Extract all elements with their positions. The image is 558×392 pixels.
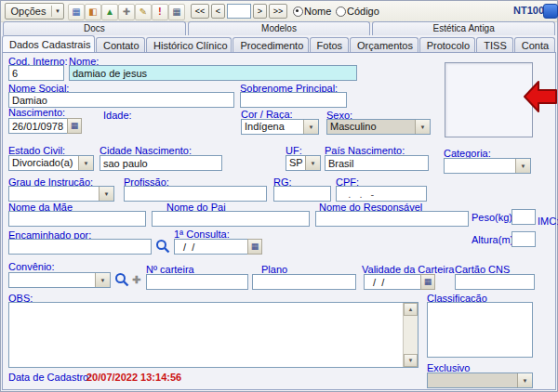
validade-carteira-input[interactable] xyxy=(364,274,421,290)
nome-responsavel-input[interactable] xyxy=(315,211,469,227)
tab-docs[interactable]: Docs xyxy=(3,21,186,35)
search-icon[interactable] xyxy=(114,272,129,287)
altura-input[interactable] xyxy=(512,231,536,247)
main-tab-strip: Dados Cadastrais Contato Histórico Clíni… xyxy=(2,35,556,53)
cor-raca-select[interactable]: Indígena ▼ xyxy=(241,119,319,135)
categoria-select[interactable]: ▼ xyxy=(444,158,531,174)
add-icon[interactable]: ✚ xyxy=(132,274,140,286)
nome-mae-input[interactable] xyxy=(8,211,146,227)
exclusivo-value xyxy=(428,373,517,387)
radio-codigo[interactable] xyxy=(336,7,346,17)
nome-pai-input[interactable] xyxy=(152,211,310,227)
plano-input[interactable] xyxy=(252,274,356,290)
brand-icon xyxy=(543,4,558,19)
primeira-consulta-input[interactable] xyxy=(174,239,248,255)
scroll-up-icon[interactable]: ▲ xyxy=(404,303,418,316)
peso-input[interactable] xyxy=(512,209,536,225)
data-cadastro-label: Data de Cadastro: xyxy=(8,372,91,383)
tab-contato[interactable]: Contato xyxy=(96,37,145,53)
chevron-down-icon: ▼ xyxy=(52,8,63,14)
chevron-down-icon: ▼ xyxy=(515,159,530,173)
cpf-input[interactable] xyxy=(336,186,427,202)
tab-procedimento[interactable]: Procedimento xyxy=(232,37,308,53)
obs-text[interactable] xyxy=(9,303,403,367)
profissao-input[interactable] xyxy=(124,186,267,202)
data-cadastro-value: 20/07/2022 13:14:56 xyxy=(86,372,181,383)
num-carteira-input[interactable] xyxy=(146,274,248,290)
record-number-input[interactable] xyxy=(227,4,251,19)
pais-nascimento-input[interactable] xyxy=(325,155,429,171)
chart-icon[interactable]: ▲ xyxy=(101,4,118,20)
options-label: Opções xyxy=(6,6,51,17)
chevron-down-icon: ▼ xyxy=(95,273,110,287)
rg-input[interactable] xyxy=(273,186,331,202)
edit-icon[interactable]: ✎ xyxy=(135,4,152,20)
chevron-down-icon: ▼ xyxy=(517,373,532,387)
radio-codigo-label: Código xyxy=(347,6,379,17)
sexo-value: Masculino xyxy=(327,120,415,134)
cidade-nascimento-input[interactable] xyxy=(100,155,222,171)
nascimento-input[interactable] xyxy=(8,118,68,134)
sexo-select[interactable]: Masculino ▼ xyxy=(326,119,431,135)
convenio-label: Convênio: xyxy=(8,261,55,272)
validade-calendar-button[interactable]: ▦ xyxy=(420,274,435,290)
spreadsheet-icon[interactable]: ▦ xyxy=(68,4,85,20)
encaminhado-input[interactable] xyxy=(8,239,152,255)
grau-instrucao-value xyxy=(9,187,99,201)
toolbar: Opções ▼ ▦ ◧ ▲ ✚ ✎ ! ▦ << < > >> Nome Có… xyxy=(1,1,557,22)
cartao-cns-input[interactable] xyxy=(455,274,535,290)
palette-icon[interactable]: ◧ xyxy=(85,4,101,20)
estado-civil-select[interactable]: Divorciado(a) ▼ xyxy=(8,155,94,171)
exclusivo-select[interactable]: ▼ xyxy=(427,372,533,388)
scroll-track[interactable] xyxy=(404,316,418,354)
classificacao-listbox[interactable] xyxy=(427,302,533,358)
grau-instrucao-select[interactable]: ▼ xyxy=(8,186,114,202)
chevron-down-icon: ▼ xyxy=(415,120,430,134)
calendar-icon[interactable]: ▦ xyxy=(168,4,185,20)
alert-icon[interactable]: ! xyxy=(152,4,168,20)
obs-scrollbar[interactable]: ▲ ▼ xyxy=(403,303,418,367)
nome-input[interactable] xyxy=(69,65,357,81)
radio-dot xyxy=(296,9,299,12)
estado-civil-value: Divorciado(a) xyxy=(9,156,78,170)
chevron-down-icon: ▼ xyxy=(78,156,93,170)
imc-label: IMC: xyxy=(538,216,558,227)
tab-historico-clinico[interactable]: Histórico Clínico xyxy=(146,37,232,53)
patient-record-window: Opções ▼ ▦ ◧ ▲ ✚ ✎ ! ▦ << < > >> Nome Có… xyxy=(0,0,558,392)
convenio-select[interactable]: ▼ xyxy=(8,272,111,288)
scroll-down-icon[interactable]: ▼ xyxy=(404,354,418,367)
nav-prev-button[interactable]: < xyxy=(211,4,225,19)
chevron-down-icon: ▼ xyxy=(305,156,320,170)
peso-label: Peso(kg) xyxy=(472,212,512,223)
idade-label: Idade: xyxy=(103,110,132,121)
uf-select[interactable]: SP ▼ xyxy=(286,155,321,171)
search-icon[interactable] xyxy=(155,239,170,254)
uf-value: SP xyxy=(286,156,305,170)
tab-tiss[interactable]: TISS xyxy=(476,37,513,53)
tab-estetica-antiga[interactable]: Estética Antiga xyxy=(372,21,555,35)
nome-social-input[interactable] xyxy=(8,92,234,108)
radio-nome-label: Nome xyxy=(304,6,331,17)
tab-modelos[interactable]: Modelos xyxy=(188,21,371,35)
categoria-value xyxy=(445,159,515,173)
radio-nome[interactable] xyxy=(293,7,303,17)
altura-label: Altura(m) xyxy=(472,234,513,245)
nav-first-button[interactable]: << xyxy=(191,4,209,19)
secondary-tab-strip: Docs Modelos Estética Antiga xyxy=(2,21,556,35)
nav-next-button[interactable]: > xyxy=(253,4,267,19)
tab-fotos[interactable]: Fotos xyxy=(310,37,349,53)
primeira-consulta-calendar-button[interactable]: ▦ xyxy=(247,239,262,255)
nascimento-calendar-button[interactable]: ▦ xyxy=(67,118,82,134)
sobrenome-input[interactable] xyxy=(240,92,347,108)
nav-last-button[interactable]: >> xyxy=(269,4,287,19)
cod-interno-input[interactable] xyxy=(8,65,64,81)
options-button[interactable]: Opções ▼ xyxy=(5,3,64,20)
patient-photo-placeholder[interactable] xyxy=(445,62,533,137)
tab-dados-cadastrais[interactable]: Dados Cadastrais xyxy=(2,35,95,53)
tab-conta[interactable]: Conta xyxy=(514,37,555,53)
nascimento-label: Nascimento: xyxy=(8,107,65,118)
tab-orcamentos[interactable]: Orçamentos xyxy=(350,37,418,53)
tab-protocolo[interactable]: Protocolo xyxy=(419,37,476,53)
obs-textarea[interactable]: ▲ ▼ xyxy=(8,302,418,368)
add-record-icon[interactable]: ✚ xyxy=(118,4,135,20)
